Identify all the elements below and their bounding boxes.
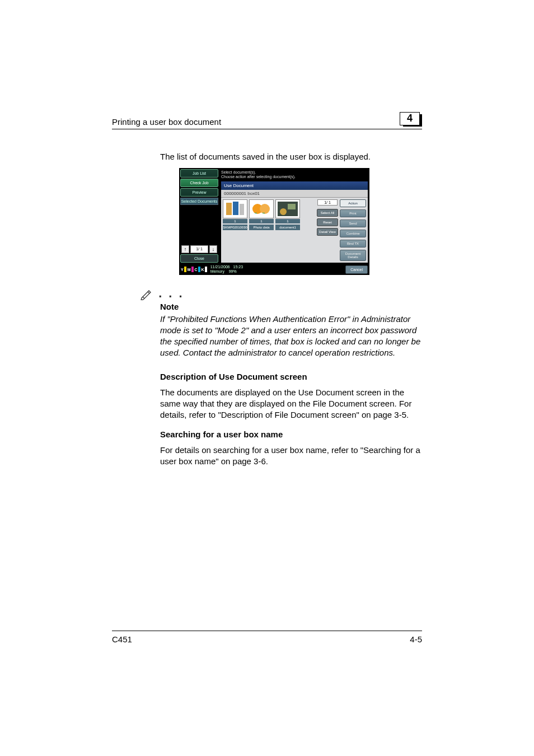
- desc-heading: Description of Use Document screen: [160, 372, 422, 381]
- device-screenshot: Job List Check Job Preview Selected Docu…: [179, 168, 369, 275]
- device-time: 15:23: [233, 265, 243, 269]
- toner-k-icon: K: [202, 267, 207, 272]
- chapter-badge: 4: [400, 112, 422, 127]
- desc-paragraph: The documents are displayed on the Use D…: [160, 387, 422, 421]
- intro-text: The list of documents saved in the user …: [160, 152, 422, 161]
- footer-model: C451: [112, 634, 132, 644]
- search-heading: Searching for a user box name: [160, 430, 422, 439]
- note-label: Note: [160, 302, 422, 311]
- svg-rect-2: [240, 204, 244, 215]
- thumb-page-indicator: 1/ 1: [317, 199, 338, 206]
- toner-indicator: Y M C K: [181, 267, 207, 272]
- selected-documents-tab[interactable]: Selected Documents: [180, 198, 218, 205]
- svg-rect-0: [226, 203, 232, 215]
- search-paragraph: For details on searching for a user box …: [160, 445, 422, 467]
- select-all-button[interactable]: Select All: [317, 209, 338, 217]
- page-down-button[interactable]: ↓: [209, 245, 217, 253]
- thumb-label: document1: [275, 225, 300, 230]
- svg-rect-5: [255, 213, 257, 213]
- instruction-line1: Select document(s).: [221, 170, 256, 174]
- thumb-badge: 1: [249, 219, 274, 223]
- instruction-line2: Choose action after selecting document(s…: [221, 175, 296, 179]
- thumb-badge: 1: [223, 219, 247, 223]
- page-footer: C451 4-5: [112, 631, 422, 644]
- document-thumb[interactable]: 1 SKMP02010030: [223, 199, 247, 236]
- check-job-button[interactable]: Check Job: [180, 179, 218, 187]
- print-action-button[interactable]: Print: [340, 209, 366, 217]
- thumb-label: SKMP02010030: [223, 225, 247, 230]
- chapter-number: 4: [400, 112, 420, 125]
- doc-details-action-button[interactable]: Document Details: [340, 250, 366, 261]
- bind-tx-action-button[interactable]: Bind TX: [340, 240, 366, 248]
- close-button[interactable]: Close: [180, 254, 218, 263]
- svg-rect-1: [233, 202, 238, 215]
- device-memory-label: Memory: [210, 269, 224, 273]
- instruction-text: Select document(s). Choose action after …: [221, 169, 368, 181]
- page-up-button[interactable]: ↑: [181, 245, 189, 253]
- device-date: 11/21/2006: [210, 265, 230, 269]
- toner-y-icon: Y: [181, 267, 186, 272]
- cancel-button[interactable]: Cancel: [345, 265, 368, 274]
- page-header: Printing a user box document 4: [112, 112, 422, 129]
- combine-action-button[interactable]: Combine: [340, 230, 366, 237]
- note-body: If "Prohibited Functions When Authentica…: [160, 314, 422, 358]
- use-document-bar: Use Document: [221, 181, 368, 190]
- header-title: Printing a user box document: [112, 117, 221, 127]
- document-thumb[interactable]: 1 document1: [275, 199, 300, 236]
- svg-point-4: [260, 204, 270, 214]
- svg-rect-9: [288, 204, 296, 209]
- toner-m-icon: M: [188, 267, 194, 272]
- footer-page: 4-5: [410, 634, 422, 644]
- document-thumb[interactable]: 1 Photo data: [249, 199, 274, 236]
- page-indicator: 1/ 1: [190, 245, 208, 253]
- send-action-button[interactable]: Send: [340, 220, 366, 227]
- box-id-bar: 000000001 box01: [221, 190, 368, 198]
- thumb-badge: 1: [275, 219, 300, 223]
- svg-line-11: [148, 292, 149, 293]
- device-status: 11/21/2006 15:23 Memory 99%: [210, 265, 243, 274]
- note-icon: . . .: [140, 286, 422, 301]
- svg-line-10: [143, 297, 144, 298]
- toner-c-icon: C: [195, 267, 200, 272]
- preview-button[interactable]: Preview: [180, 188, 218, 197]
- thumb-label: Photo data: [249, 225, 274, 230]
- svg-point-8: [280, 208, 287, 215]
- left-pager: ↑ 1/ 1 ↓: [180, 245, 218, 253]
- job-list-button[interactable]: Job List: [180, 169, 218, 178]
- reset-button[interactable]: Reset: [317, 218, 338, 226]
- action-header: Action: [340, 199, 366, 207]
- detail-view-button[interactable]: Detail View: [317, 228, 338, 236]
- device-memory-pct: 99%: [229, 269, 237, 273]
- svg-rect-6: [263, 213, 265, 213]
